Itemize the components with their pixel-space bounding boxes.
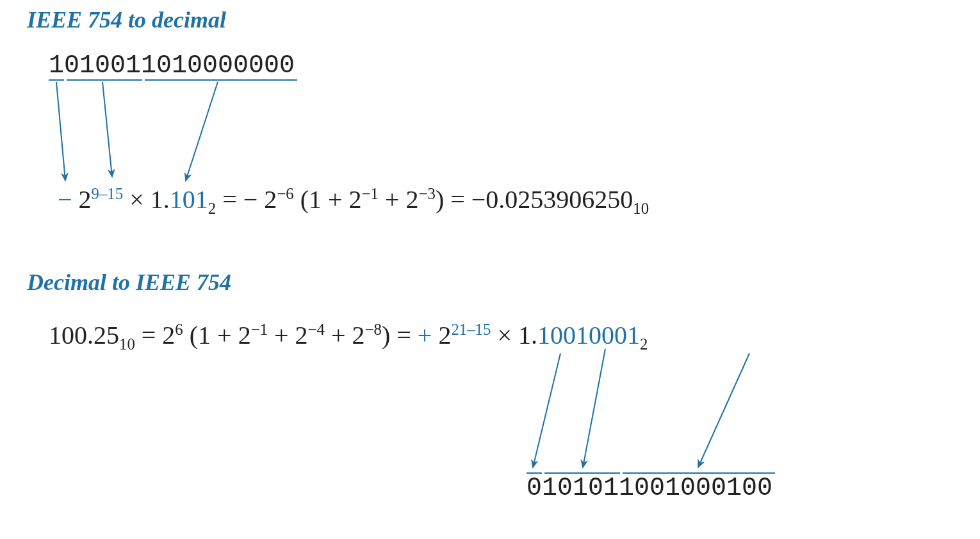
heading-decimal-to-ieee: Decimal to IEEE 754 xyxy=(27,269,231,296)
formula-1-eq1: = xyxy=(216,185,243,214)
formula-2-eq1: = 2 xyxy=(135,321,176,350)
formula-1-plus: + 2 xyxy=(379,185,419,214)
exponent-bits-2: 10101 xyxy=(542,474,619,503)
formula-2-two: 2 xyxy=(438,321,451,350)
formula-2-val: 100.25 xyxy=(49,321,119,350)
bitstring-1: 1010011010000000 xyxy=(49,51,295,80)
formula-2: 100.2510 = 26 (1 + 2−1 + 2−4 + 2−8) = + … xyxy=(49,320,648,350)
sign-bit-1: 1 xyxy=(49,51,64,80)
formula-2-times: × 1. xyxy=(491,321,537,350)
exponent-bits-1: 01001 xyxy=(64,51,141,80)
formula-2-p2: −4 xyxy=(308,321,325,338)
formula-1-eq2: = xyxy=(444,185,471,214)
arrow-2-mantissa xyxy=(698,353,749,467)
formula-2-p1: −1 xyxy=(251,321,268,338)
formula-1-paren-open: (1 + 2 xyxy=(294,185,362,214)
formula-1-mid-neg: − xyxy=(243,185,265,214)
formula-1-pw2: −3 xyxy=(418,185,435,202)
formula-2-paren-open: (1 + 2 xyxy=(183,321,251,350)
formula-2-p3: −8 xyxy=(365,321,382,338)
arrow-1-exponent xyxy=(102,82,112,177)
formula-2-eq2: = xyxy=(390,321,418,350)
formula-1-times: × 1. xyxy=(123,185,170,214)
formula-1-base10: 10 xyxy=(633,200,649,217)
formula-2-base10a: 10 xyxy=(119,335,135,353)
formula-2-plus-b: + 2 xyxy=(325,321,365,350)
mantissa-bits-1: 1010000000 xyxy=(141,51,295,80)
formula-2-plus-a: + 2 xyxy=(268,321,308,350)
heading-ieee-to-decimal: IEEE 754 to decimal xyxy=(27,6,226,33)
sign-bit-2: 0 xyxy=(527,474,542,503)
formula-2-exp6: 6 xyxy=(175,321,183,338)
formula-1-sign: − xyxy=(58,185,72,214)
formula-1-pw1: −1 xyxy=(362,185,379,202)
formula-1-exp-blue: 9–15 xyxy=(92,185,124,202)
formula-2-space xyxy=(432,321,438,350)
underline-exponent-2 xyxy=(544,472,620,474)
mantissa-bits-2: 1001000100 xyxy=(619,474,772,503)
underline-mantissa-2 xyxy=(623,472,775,474)
formula-2-base2: 2 xyxy=(640,335,648,353)
formula-1-base2: 2 xyxy=(208,200,216,217)
underline-mantissa-1 xyxy=(145,79,297,81)
underline-sign-1 xyxy=(49,79,64,81)
formula-2-exp-blue: 21–15 xyxy=(451,321,491,338)
formula-1-mantissa-blue: 101 xyxy=(170,185,208,214)
formula-1-two-b: 2 xyxy=(264,185,277,214)
formula-2-plus-sign: + xyxy=(418,321,432,350)
underline-sign-2 xyxy=(527,472,542,474)
formula-1-two-a: 2 xyxy=(79,185,92,214)
formula-1: − 29–15 × 1.1012 = − 2−6 (1 + 2−1 + 2−3)… xyxy=(58,184,649,214)
underline-exponent-1 xyxy=(67,79,142,81)
arrow-1-mantissa xyxy=(186,82,218,181)
formula-1-res-neg: − xyxy=(471,185,486,214)
formula-2-mant-blue: 10010001 xyxy=(537,321,640,350)
formula-1-result: 0.0253906250 xyxy=(486,185,633,214)
bitstring-2: 0101011001000100 xyxy=(527,474,772,503)
formula-1-exp2: −6 xyxy=(277,185,293,202)
formula-1-close: ) xyxy=(436,185,444,214)
arrow-2-exponent xyxy=(583,349,605,467)
formula-2-close: ) xyxy=(382,321,390,350)
arrow-2-sign xyxy=(533,353,560,467)
arrow-1-sign xyxy=(56,82,65,181)
